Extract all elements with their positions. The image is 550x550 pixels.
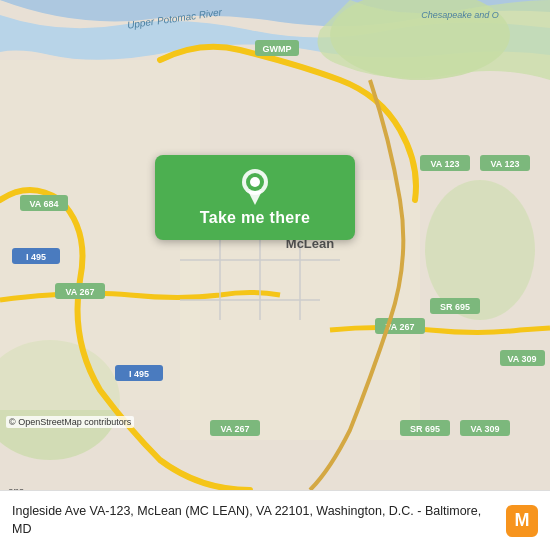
moovit-logo: M: [506, 505, 538, 537]
svg-marker-46: [248, 191, 262, 205]
svg-text:VA 684: VA 684: [29, 199, 58, 209]
svg-text:VA 309: VA 309: [470, 424, 499, 434]
moovit-icon: M: [506, 505, 538, 537]
button-label: Take me there: [200, 209, 310, 227]
osm-attribution: © OpenStreetMap contributors: [6, 416, 134, 428]
bottom-bar: Ingleside Ave VA-123, McLean (MC LEAN), …: [0, 490, 550, 550]
take-me-there-button[interactable]: Take me there: [155, 155, 355, 240]
svg-text:SR 695: SR 695: [410, 424, 440, 434]
map-container: I 495 I 495 VA 267 VA 267 VA 267 VA 123 …: [0, 0, 550, 490]
svg-text:VA 123: VA 123: [490, 159, 519, 169]
svg-text:VA 123: VA 123: [430, 159, 459, 169]
svg-text:SR 695: SR 695: [440, 302, 470, 312]
svg-text:VA 267: VA 267: [65, 287, 94, 297]
svg-point-45: [250, 177, 260, 187]
svg-text:I 495: I 495: [26, 252, 46, 262]
svg-text:I 495: I 495: [129, 369, 149, 379]
svg-text:Chesapeake and O: Chesapeake and O: [421, 10, 499, 20]
svg-text:VA 309: VA 309: [507, 354, 536, 364]
svg-text:VA 267: VA 267: [220, 424, 249, 434]
location-pin-icon: [240, 169, 270, 205]
address-text: Ingleside Ave VA-123, McLean (MC LEAN), …: [12, 503, 496, 538]
svg-text:GWMP: GWMP: [263, 44, 292, 54]
